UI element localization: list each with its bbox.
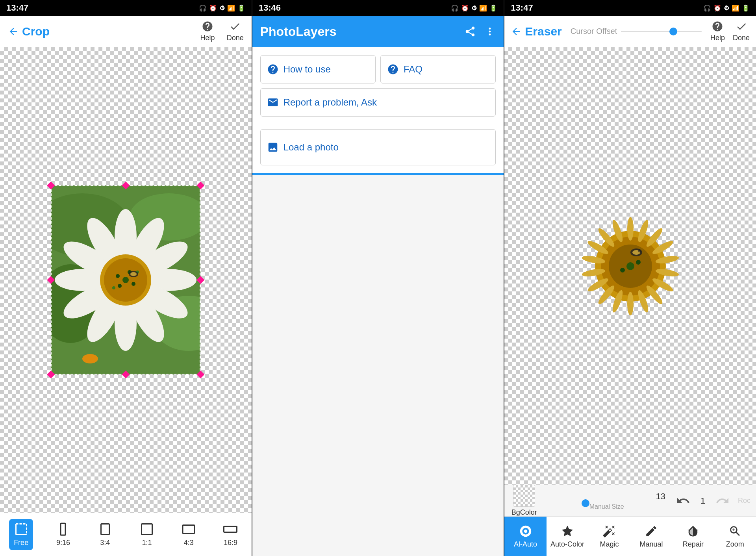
svg-rect-33 <box>101 524 109 535</box>
settings-icon: ⚙ <box>219 4 225 12</box>
34-icon <box>98 522 112 536</box>
app-title: PhotoLayers <box>260 24 337 39</box>
undo-icon <box>676 494 690 508</box>
svg-rect-34 <box>141 524 152 535</box>
bgcolor-container: BgColor <box>508 485 540 517</box>
eraser-help-icon <box>712 20 723 32</box>
eraser-tool-ai-auto[interactable]: Al-Auto <box>504 517 546 556</box>
crop-handle-top-middle[interactable] <box>121 181 130 190</box>
crop-image <box>51 185 200 374</box>
crop-toolbar: Free 9:16 3:4 1:1 4:3 <box>0 513 252 556</box>
eraser-help-button[interactable]: Help <box>710 20 725 42</box>
eraser-done-button[interactable]: Done <box>733 20 750 42</box>
eraser-slider-track[interactable] <box>621 31 702 32</box>
signal-icon-3: 📶 <box>732 4 739 12</box>
redo-button[interactable] <box>713 491 732 511</box>
svg-point-25 <box>112 286 115 289</box>
eraser-tool-manual[interactable]: Manual <box>630 517 672 556</box>
crop-handle-bottom-right[interactable] <box>196 370 205 379</box>
signal-icon-2: 📶 <box>479 4 487 12</box>
auto-color-icon <box>561 524 574 538</box>
load-photo-button[interactable]: Load a photo <box>260 129 496 165</box>
svg-point-27 <box>130 272 137 276</box>
eraser-tool-zoom[interactable]: Zoom <box>714 517 756 556</box>
manual-label: Manual <box>639 540 663 549</box>
svg-point-20 <box>132 282 135 286</box>
crop-header-actions: Help Done <box>200 20 244 42</box>
status-time-1: 13:47 <box>6 3 28 13</box>
crop-handle-bottom-middle[interactable] <box>121 370 130 379</box>
status-icons-3: 🎧 ⏰ ⚙ 📶 🔋 <box>703 4 750 12</box>
help-button[interactable]: Help <box>200 20 215 42</box>
redo-icon <box>715 494 730 508</box>
crop-handle-top-right[interactable] <box>196 181 205 190</box>
43-label: 4:3 <box>184 539 194 547</box>
done-checkmark-icon <box>229 20 241 32</box>
crop-handle-top-left[interactable] <box>46 181 56 190</box>
ai-auto-icon <box>519 524 532 538</box>
svg-point-28 <box>82 354 98 363</box>
alarm-icon-2: ⏰ <box>461 4 469 12</box>
crop-handle-bottom-left[interactable] <box>46 370 56 379</box>
crop-image-container[interactable] <box>51 185 200 374</box>
eraser-back-button[interactable]: Eraser <box>511 25 561 38</box>
svg-point-48 <box>627 292 634 315</box>
faq-label: FAQ <box>404 64 422 75</box>
svg-point-19 <box>122 277 129 283</box>
crop-handle-middle-left[interactable] <box>46 275 56 285</box>
svg-point-39 <box>627 217 634 241</box>
eraser-back-arrow-icon <box>511 26 522 37</box>
eraser-panel: 13:47 🎧 ⏰ ⚙ 📶 🔋 Eraser Cursor Offset <box>504 0 756 556</box>
size-slider-thumb[interactable] <box>582 499 589 507</box>
11-icon <box>140 522 154 536</box>
eraser-tool-auto-color[interactable]: Auto-Color <box>547 517 588 556</box>
eraser-tool-magic[interactable]: Magic <box>588 517 630 556</box>
ai-auto-label: Al-Auto <box>514 540 537 549</box>
report-icon <box>267 96 279 108</box>
eraser-help-label: Help <box>710 34 725 42</box>
eraser-tool-repair[interactable]: Repair <box>672 517 714 556</box>
share-button[interactable] <box>464 26 476 37</box>
bgcolor-swatch[interactable] <box>513 485 535 507</box>
report-problem-button[interactable]: Report a problem, Ask <box>260 88 496 117</box>
alarm-icon: ⏰ <box>209 4 217 12</box>
crop-panel: 13:47 🎧 ⏰ ⚙ 📶 🔋 Crop Help <box>0 0 252 556</box>
status-bar-1: 13:47 🎧 ⏰ ⚙ 📶 🔋 <box>0 0 252 16</box>
status-icons-1: 🎧 ⏰ ⚙ 📶 🔋 <box>199 4 245 12</box>
redo-round-label: Roc <box>736 497 752 505</box>
battery-icon: 🔋 <box>237 4 245 12</box>
svg-marker-65 <box>562 525 573 536</box>
crop-back-button[interactable]: Crop <box>8 25 200 38</box>
svg-rect-29 <box>16 524 26 535</box>
how-to-use-button[interactable]: How to use <box>260 55 376 83</box>
more-options-button[interactable] <box>484 26 496 37</box>
size-slider-area: 13 Manual Size <box>544 491 669 510</box>
crop-tool-11[interactable]: 1:1 <box>135 519 159 550</box>
eraser-slider-container: Cursor Offset <box>567 27 706 36</box>
crop-tool-43[interactable]: 4:3 <box>177 519 200 550</box>
crop-handle-middle-right[interactable] <box>196 275 205 285</box>
crop-canvas <box>0 47 252 513</box>
svg-rect-32 <box>61 523 65 535</box>
faq-button[interactable]: FAQ <box>380 55 496 83</box>
crop-tool-free[interactable]: Free <box>9 519 33 550</box>
crop-tool-169[interactable]: 16:9 <box>219 519 242 550</box>
svg-rect-35 <box>183 525 195 534</box>
169-icon <box>223 522 237 536</box>
done-button[interactable]: Done <box>227 20 244 42</box>
43-icon <box>182 522 196 536</box>
load-photo-icon <box>267 141 279 153</box>
svg-point-64 <box>524 529 527 533</box>
eraser-size-row: BgColor 13 Manual Size 1 Roc <box>504 485 756 517</box>
crop-tool-916[interactable]: 9:16 <box>51 519 75 550</box>
916-label: 9:16 <box>56 539 70 547</box>
photolayers-header: PhotoLayers <box>252 16 504 47</box>
panel-2-bottom <box>252 175 504 556</box>
crop-tool-34[interactable]: 3:4 <box>93 519 117 550</box>
battery-icon-3: 🔋 <box>742 4 750 12</box>
eraser-title: Eraser <box>525 25 561 38</box>
svg-point-59 <box>636 260 641 265</box>
size-value-display: 13 <box>656 491 669 502</box>
eraser-slider-thumb[interactable] <box>669 28 677 35</box>
undo-button[interactable] <box>673 491 693 511</box>
